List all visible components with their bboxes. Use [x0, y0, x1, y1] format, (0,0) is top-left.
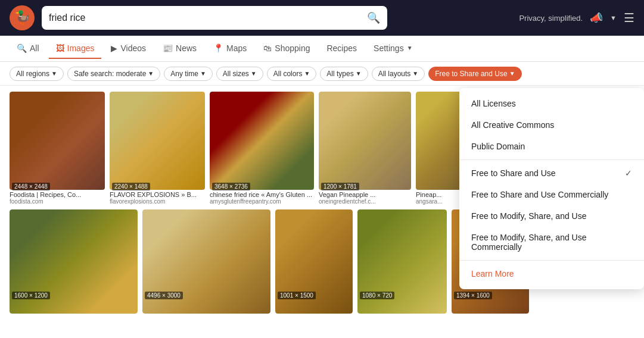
image-dimensions: 1080 × 720 — [360, 292, 394, 299]
image-dimensions: 1200 × 1781 — [321, 183, 359, 190]
learn-more-link[interactable]: Learn More — [459, 263, 644, 284]
dropdown-item-free-to-modify[interactable]: Free to Modify, Share, and Use ✓ — [459, 205, 644, 227]
filter-layouts-arrow: ▼ — [412, 70, 418, 77]
dropdown-item-free-to-share-commercially[interactable]: Free to Share and Use Commercially ✓ — [459, 184, 644, 205]
filter-sizes-arrow: ▼ — [251, 70, 257, 77]
dropdown-divider-2 — [459, 260, 644, 261]
tab-recipes-label: Recipes — [326, 43, 357, 53]
filters-row: All regions ▼ Safe search: moderate ▼ An… — [0, 62, 644, 86]
image-title: Vegan Pineapple ... — [319, 191, 411, 198]
filter-colors[interactable]: All colors ▼ — [267, 67, 317, 81]
filter-sizes[interactable]: All sizes ▼ — [216, 67, 263, 81]
dropdown-divider — [459, 159, 644, 160]
image-dimensions: 4496 × 3000 — [145, 292, 183, 299]
image-item[interactable]: 2448 × 2448 Foodista | Recipes, Co... fo… — [10, 92, 105, 205]
search-bar: 🔍 — [42, 6, 387, 30]
dropdown-item-label: All Licenses — [471, 99, 516, 108]
logo-icon: 🦆 — [14, 10, 30, 26]
image-item[interactable]: 3648 × 2736 chinese fried rice « Amy's G… — [210, 92, 314, 205]
dropdown-item-public-domain[interactable]: Public Domain ✓ — [459, 136, 644, 157]
image-item[interactable]: 2240 × 1488 FLAVOR EXPLOSIONS » B... fla… — [110, 92, 205, 205]
news-icon: 📰 — [163, 43, 173, 53]
license-dropdown: All Licenses ✓ All Creative Commons ✓ Pu… — [459, 88, 644, 289]
search-button[interactable]: 🔍 — [367, 11, 380, 24]
image-dimensions: 1600 × 1200 — [12, 292, 50, 299]
image-title: FLAVOR EXPLOSIONS » B... — [110, 191, 205, 198]
tab-videos[interactable]: ▶ Videos — [104, 39, 153, 59]
tab-images[interactable]: 🖼 Images — [49, 39, 102, 59]
tab-settings-label: Settings — [374, 43, 404, 53]
dropdown-item-label: Free to Share and Use — [471, 168, 556, 178]
filter-region-label: All regions — [16, 70, 49, 78]
tab-maps-label: Maps — [226, 43, 247, 53]
logo[interactable]: 🦆 — [10, 5, 35, 30]
filter-layouts-label: All layouts — [378, 70, 411, 78]
maps-icon: 📍 — [213, 43, 223, 53]
settings-arrow-icon: ▼ — [407, 45, 413, 51]
image-dimensions: 1001 × 1500 — [278, 292, 316, 299]
megaphone-icon[interactable]: 📣 — [590, 11, 603, 24]
dropdown-item-free-to-modify-commercially[interactable]: Free to Modify, Share, and Use Commercia… — [459, 227, 644, 258]
image-item[interactable]: 4496 × 3000 — [142, 209, 270, 314]
dropdown-item-free-to-share[interactable]: Free to Share and Use ✓ — [459, 162, 644, 184]
dropdown-arrow: ▼ — [610, 14, 617, 21]
hamburger-menu-icon[interactable]: ☰ — [624, 11, 634, 25]
filter-license-label: Free to Share and Use — [435, 70, 507, 78]
tab-videos-label: Videos — [120, 43, 146, 53]
filter-time-arrow: ▼ — [200, 70, 206, 77]
filter-colors-arrow: ▼ — [304, 70, 310, 77]
filter-region-arrow: ▼ — [51, 70, 57, 77]
image-dimensions: 2240 × 1488 — [112, 183, 150, 190]
filter-time[interactable]: Any time ▼ — [164, 67, 213, 81]
image-source: foodista.com — [10, 198, 105, 205]
tab-settings[interactable]: Settings ▼ — [366, 39, 420, 59]
filter-region[interactable]: All regions ▼ — [10, 67, 64, 81]
image-title: chinese fried rice « Amy's Gluten ... — [210, 191, 314, 198]
image-source: oneingredientchef.c... — [319, 198, 411, 205]
filter-safe-search[interactable]: Safe search: moderate ▼ — [67, 67, 160, 81]
filter-license-arrow: ▼ — [509, 70, 515, 77]
image-item[interactable]: 1001 × 1500 — [275, 209, 353, 314]
filter-types-label: All types — [326, 70, 353, 78]
filter-layouts[interactable]: All layouts ▼ — [372, 67, 425, 81]
image-item[interactable]: 1080 × 720 — [357, 209, 447, 314]
shopping-icon: 🛍 — [263, 43, 272, 53]
image-dimensions: 2448 × 2448 — [12, 183, 50, 190]
videos-icon: ▶ — [111, 43, 117, 53]
dropdown-item-all-creative-commons[interactable]: All Creative Commons ✓ — [459, 114, 644, 136]
dropdown-item-label: Free to Share and Use Commercially — [471, 190, 608, 199]
privacy-label: Privacy, simplified. — [519, 14, 583, 23]
filter-safe-search-arrow: ▼ — [148, 70, 154, 77]
image-dimensions: 3648 × 2736 — [212, 183, 250, 190]
tab-maps[interactable]: 📍 Maps — [206, 39, 254, 59]
image-title: Foodista | Recipes, Co... — [10, 191, 105, 198]
dropdown-item-label: Free to Modify, Share, and Use Commercia… — [471, 233, 632, 252]
filter-license[interactable]: Free to Share and Use ▼ — [428, 67, 521, 81]
tab-all[interactable]: 🔍 All — [10, 39, 46, 59]
header: 🦆 🔍 Privacy, simplified. 📣 ▼ ☰ — [0, 0, 644, 36]
image-source: flavorexplosions.com — [110, 198, 205, 205]
image-dimensions: 1394 × 1600 — [454, 292, 492, 299]
filter-sizes-label: All sizes — [223, 70, 249, 78]
filter-time-label: Any time — [170, 70, 198, 78]
filter-types-arrow: ▼ — [356, 70, 362, 77]
filter-colors-label: All colors — [273, 70, 303, 78]
check-icon: ✓ — [625, 168, 632, 178]
filter-types[interactable]: All types ▼ — [320, 67, 368, 81]
tab-news[interactable]: 📰 News — [155, 39, 204, 59]
tab-shopping-label: Shopping — [275, 43, 310, 53]
main-content: 2448 × 2448 Foodista | Recipes, Co... fo… — [0, 86, 644, 338]
tab-images-label: Images — [67, 43, 95, 53]
dropdown-item-all-licenses[interactable]: All Licenses ✓ — [459, 93, 644, 114]
nav-tabs: 🔍 All 🖼 Images ▶ Videos 📰 News 📍 Maps 🛍 … — [0, 36, 644, 62]
dropdown-item-label: Free to Modify, Share, and Use — [471, 211, 587, 221]
image-item[interactable]: 1600 × 1200 — [10, 209, 138, 314]
dropdown-item-label: All Creative Commons — [471, 120, 554, 130]
tab-all-label: All — [30, 43, 39, 53]
header-right: Privacy, simplified. 📣 ▼ ☰ — [519, 11, 634, 25]
image-item[interactable]: 1200 × 1781 Vegan Pineapple ... oneingre… — [319, 92, 411, 205]
search-input[interactable] — [49, 12, 362, 23]
tab-recipes[interactable]: Recipes — [319, 39, 364, 59]
image-source: amysglutenffreepantry.com — [210, 198, 314, 205]
tab-shopping[interactable]: 🛍 Shopping — [256, 39, 317, 59]
